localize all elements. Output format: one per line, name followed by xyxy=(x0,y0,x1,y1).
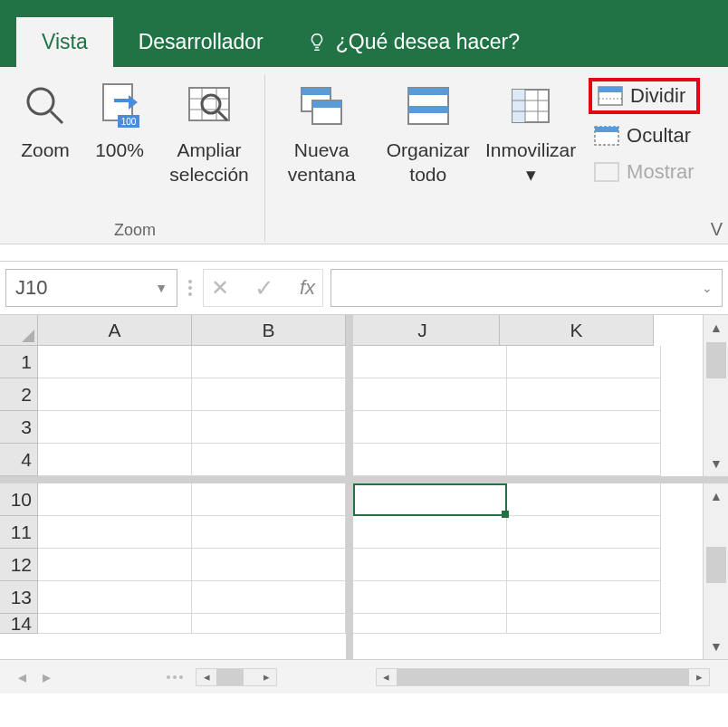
horizontal-scroll-left[interactable]: ◂ ▸ xyxy=(196,668,363,686)
cell[interactable] xyxy=(192,516,346,549)
cell[interactable] xyxy=(38,581,192,614)
row-header[interactable]: 10 xyxy=(0,483,38,516)
row-headers: 12341011121314 xyxy=(0,346,38,634)
nav-next-icon[interactable]: ▸ xyxy=(43,667,51,687)
name-box[interactable]: J10 ▼ xyxy=(5,269,177,307)
freeze-panes-button[interactable]: Inmovilizar▾ xyxy=(484,74,578,193)
ribbon-group-window: Nueva ventana Organizar todo xyxy=(265,74,583,242)
expand-icon[interactable]: ⌄ xyxy=(702,281,713,295)
cell[interactable] xyxy=(192,581,346,614)
scroll-right-icon[interactable]: ▸ xyxy=(689,670,709,684)
split-bar-horizontal[interactable] xyxy=(0,476,728,483)
hide-icon xyxy=(594,126,619,146)
vertical-scrollbar-top[interactable]: ▲ ▼ xyxy=(703,315,728,476)
chevron-down-icon[interactable]: ▼ xyxy=(155,281,168,295)
scroll-thumb[interactable] xyxy=(216,669,244,685)
cell[interactable] xyxy=(507,581,661,614)
vertical-scrollbar-bottom[interactable]: ▲ ▼ xyxy=(703,483,728,659)
scroll-down-icon[interactable]: ▼ xyxy=(704,451,728,476)
cell[interactable] xyxy=(38,378,192,411)
cell[interactable] xyxy=(507,614,661,634)
zoom-100-button[interactable]: 100 100% xyxy=(85,74,154,167)
column-header[interactable]: A xyxy=(38,315,192,346)
cell[interactable] xyxy=(192,346,346,378)
nav-prev-icon[interactable]: ◂ xyxy=(18,667,26,687)
fx-icon[interactable]: fx xyxy=(300,276,315,300)
cell[interactable] xyxy=(507,444,661,476)
horizontal-scroll-right[interactable]: ◂ ▸ xyxy=(376,668,710,686)
sheet-nav[interactable]: ◂ ▸ xyxy=(18,667,51,687)
hide-button[interactable]: Ocultar xyxy=(589,121,700,150)
scroll-right-icon[interactable]: ▸ xyxy=(256,670,276,684)
cell[interactable] xyxy=(192,549,346,581)
hide-label: Ocultar xyxy=(627,124,691,148)
bulb-icon xyxy=(307,33,327,53)
scroll-thumb[interactable] xyxy=(706,547,726,583)
cell[interactable] xyxy=(507,378,661,411)
tell-me-search[interactable]: ¿Qué desea hacer? xyxy=(289,17,538,67)
selected-cell-outline xyxy=(353,483,507,516)
svg-text:100: 100 xyxy=(121,117,137,127)
scroll-thumb[interactable] xyxy=(706,342,726,378)
cell[interactable] xyxy=(507,483,661,516)
row-header[interactable]: 2 xyxy=(0,378,38,411)
tab-desarrollador[interactable]: Desarrollador xyxy=(113,17,289,67)
cell[interactable] xyxy=(38,483,192,516)
cell[interactable] xyxy=(38,411,192,444)
cell[interactable] xyxy=(353,378,507,411)
cell[interactable] xyxy=(353,614,507,634)
zoom-button[interactable]: Zoom xyxy=(11,74,80,167)
select-all-corner[interactable] xyxy=(0,315,38,346)
row-header[interactable]: 12 xyxy=(0,549,38,581)
tab-vista[interactable]: Vista xyxy=(16,17,113,67)
split-button[interactable]: Dividir xyxy=(589,78,700,114)
cell[interactable] xyxy=(353,581,507,614)
row-header[interactable]: 13 xyxy=(0,581,38,614)
row-header[interactable]: 11 xyxy=(0,516,38,549)
cell[interactable] xyxy=(353,444,507,476)
cell[interactable] xyxy=(353,516,507,549)
column-header[interactable]: B xyxy=(192,315,346,346)
cell[interactable] xyxy=(507,411,661,444)
ribbon-window-options: Dividir Ocultar Mostrar xyxy=(583,74,705,244)
cell[interactable] xyxy=(38,346,192,378)
cell[interactable] xyxy=(192,614,346,634)
organize-all-button[interactable]: Organizar todo xyxy=(378,74,478,193)
cell[interactable] xyxy=(353,411,507,444)
page-100-icon: 100 xyxy=(98,82,141,129)
scroll-thumb[interactable] xyxy=(397,669,689,685)
split-bar-vertical[interactable] xyxy=(346,315,353,659)
scroll-up-icon[interactable]: ▲ xyxy=(704,315,728,340)
split-icon xyxy=(598,86,623,106)
organize-label: Organizar todo xyxy=(381,138,474,187)
column-header[interactable]: J xyxy=(346,315,500,346)
cell[interactable] xyxy=(192,378,346,411)
cell[interactable] xyxy=(353,346,507,378)
cell[interactable] xyxy=(192,483,346,516)
cell[interactable] xyxy=(38,549,192,581)
row-header[interactable]: 1 xyxy=(0,346,38,378)
column-header[interactable]: K xyxy=(500,315,654,346)
row-header[interactable]: 3 xyxy=(0,411,38,444)
scroll-down-icon[interactable]: ▼ xyxy=(704,634,728,659)
cell[interactable] xyxy=(38,614,192,634)
cell[interactable] xyxy=(507,346,661,378)
scroll-left-icon[interactable]: ◂ xyxy=(196,670,216,684)
ribbon-tabs: Vista Desarrollador ¿Qué desea hacer? xyxy=(0,13,728,67)
ribbon-group-zoom: Zoom 100 100% xyxy=(5,74,265,242)
cell[interactable] xyxy=(192,411,346,444)
new-window-button[interactable]: Nueva ventana xyxy=(271,74,372,193)
zoom-selection-button[interactable]: Ampliar selección xyxy=(159,74,259,193)
formula-input[interactable]: ⌄ xyxy=(330,269,723,307)
scroll-left-icon[interactable]: ◂ xyxy=(377,670,397,684)
scroll-up-icon[interactable]: ▲ xyxy=(704,483,728,509)
row-header[interactable]: 14 xyxy=(0,614,38,634)
cell[interactable] xyxy=(353,549,507,581)
row-header[interactable]: 4 xyxy=(0,444,38,476)
cell[interactable] xyxy=(38,516,192,549)
cell[interactable] xyxy=(38,444,192,476)
cell[interactable] xyxy=(507,516,661,549)
cell[interactable] xyxy=(192,444,346,476)
cell[interactable] xyxy=(507,549,661,581)
cancel-icon: ✕ xyxy=(211,275,229,301)
